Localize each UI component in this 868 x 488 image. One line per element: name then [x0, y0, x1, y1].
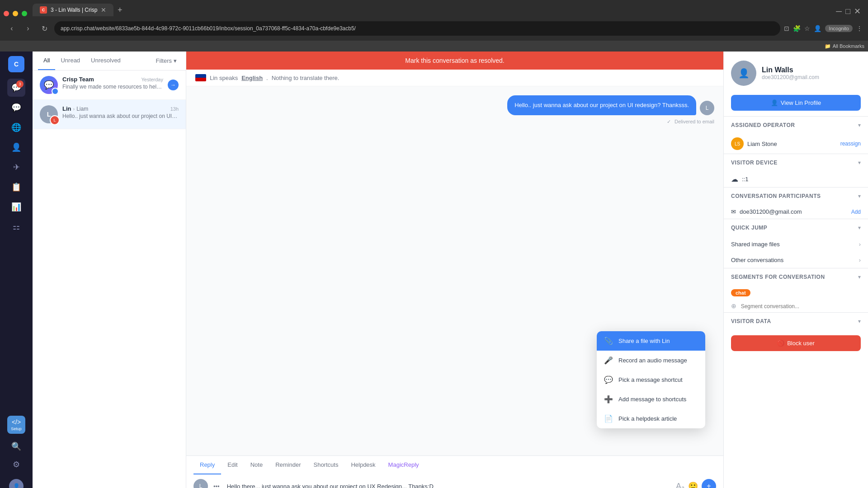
conv-time-crisp: Yesterday: [141, 77, 163, 82]
message-meta-0: ✓ Delivered to email: [195, 119, 714, 125]
address-bar[interactable]: app.crisp.chat/website/6833ae5b-844d-4c9…: [54, 21, 780, 36]
assigned-operator-header[interactable]: ASSIGNED OPERATOR ▾: [724, 117, 868, 134]
new-tab-button[interactable]: +: [113, 4, 126, 16]
segments-header[interactable]: SEGMENTS FOR CONVERSATION ▾: [724, 268, 868, 286]
url-text: app.crisp.chat/website/6833ae5b-844d-4c9…: [61, 25, 356, 32]
reply-send-button[interactable]: +: [702, 479, 716, 488]
reload-button[interactable]: ↻: [38, 23, 51, 35]
reply-tab-note[interactable]: Note: [244, 456, 269, 474]
reply-tab-reply[interactable]: Reply: [193, 456, 221, 474]
conversation-item-crisp-team[interactable]: 💬 Crisp Team Yesterday Finally we made s…: [33, 70, 186, 100]
quick-jump-item-chevron-icon: ›: [859, 241, 861, 248]
message-sender-avatar: L: [700, 101, 714, 115]
reply-tab-magicreply[interactable]: MagicReply: [382, 456, 425, 474]
sidebar-icon-chat[interactable]: 💬 3: [7, 79, 25, 97]
segments-section: SEGMENTS FOR CONVERSATION ▾ chat ⊕: [724, 268, 868, 312]
send-icon: ✈: [13, 162, 20, 172]
browser-tab[interactable]: C 3 - Lin Walls | Crisp ✕: [33, 4, 113, 16]
operator-name: Liam Stone: [747, 141, 777, 147]
reply-tab-edit[interactable]: Edit: [221, 456, 244, 474]
tab-all[interactable]: All: [38, 52, 55, 70]
conv-preview-lin: Hello.. just wanna ask about our project…: [62, 113, 179, 119]
forward-button[interactable]: ›: [22, 23, 34, 34]
visitor-device-section: VISITOR DEVICE ▾ ☁ ::1: [724, 154, 868, 187]
back-button[interactable]: ‹: [5, 23, 18, 34]
conversation-tabs: All Unread Unresolved Filters ▾: [33, 52, 186, 70]
user-avatar: 👤: [9, 479, 24, 488]
reply-tab-shortcuts[interactable]: Shortcuts: [307, 456, 344, 474]
context-menu-pick-helpdesk[interactable]: 📄 Pick a helpdesk article: [597, 409, 705, 428]
conv-time-lin: 13h: [170, 106, 179, 112]
sidebar-icon-analytics[interactable]: 📊: [7, 198, 25, 216]
reply-tab-helpdesk[interactable]: Helpdesk: [344, 456, 382, 474]
view-profile-button[interactable]: 👤 View Lin Profile: [731, 95, 861, 111]
tab-unresolved[interactable]: Unresolved: [85, 52, 126, 70]
quick-jump-header[interactable]: QUICK JUMP ▾: [724, 219, 868, 236]
reply-dots[interactable]: •••: [213, 483, 220, 488]
sidebar-icon-search[interactable]: 🔍: [7, 437, 25, 455]
conv-content-crisp: Crisp Team Yesterday Finally we made som…: [62, 76, 163, 94]
context-menu-share-file[interactable]: 📎 Share a file with Lin: [597, 331, 705, 351]
quick-jump-other-conversations[interactable]: Other conversations ›: [724, 252, 868, 268]
visitor-device-header[interactable]: VISITOR DEVICE ▾: [724, 154, 868, 171]
sidebar-icon-send[interactable]: ✈: [7, 158, 25, 176]
message-delivered-icon: ✓: [667, 119, 671, 125]
context-menu-pick-shortcut[interactable]: 💬 Pick a message shortcut: [597, 370, 705, 389]
visitor-device-chevron-icon: ▾: [858, 160, 861, 166]
segments-badge-row: chat: [724, 286, 868, 300]
sidebar-icon-plugins[interactable]: ⚏: [7, 218, 25, 236]
conversation-participants-header[interactable]: CONVERSATION PARTICIPANTS ▾: [724, 188, 868, 205]
bookmark-icon[interactable]: ☆: [804, 25, 810, 32]
visitor-device-title: VISITOR DEVICE: [731, 160, 778, 166]
profile-name: Lin Walls: [762, 66, 861, 74]
conv-arrow-crisp: →: [168, 80, 179, 90]
sidebar-icon-settings[interactable]: ⚙: [7, 455, 25, 474]
tab-close-button[interactable]: ✕: [101, 6, 106, 14]
device-row: ☁ ::1: [724, 171, 868, 187]
quick-jump-shared-images[interactable]: Shared image files ›: [724, 236, 868, 252]
visitor-data-header[interactable]: VISITOR DATA ▾: [724, 313, 868, 330]
conversation-participants-title: CONVERSATION PARTICIPANTS: [731, 193, 821, 199]
context-menu-record-audio[interactable]: 🎤 Record an audio message: [597, 351, 705, 370]
reassign-link[interactable]: reassign: [840, 141, 861, 147]
sidebar-icon-setup[interactable]: </> Setup: [7, 416, 25, 434]
font-size-icon[interactable]: Aₐ: [676, 481, 684, 488]
window-maximize[interactable]: □: [845, 7, 850, 16]
reply-tabs: Reply Edit Note Reminder Shortcuts Helpd…: [193, 456, 716, 474]
conversation-item-lin[interactable]: L L Lin › Liam 13h Hello.. just wanna as…: [33, 100, 186, 129]
tab-favicon: C: [40, 6, 47, 14]
menu-icon[interactable]: ⋮: [856, 25, 863, 32]
context-menu-add-shortcut-label: Add message to shortcuts: [618, 396, 686, 403]
analytics-icon: 📊: [11, 202, 21, 212]
reply-tab-reminder[interactable]: Reminder: [269, 456, 307, 474]
sidebar-icon-inbox[interactable]: 📋: [7, 178, 25, 196]
sidebar-icon-user-menu[interactable]: 👤: [7, 477, 25, 488]
window-minimize[interactable]: ─: [836, 7, 842, 16]
block-user-button[interactable]: 🚫 Block user: [731, 335, 861, 351]
chat-messages: Hello.. just wanna ask about our project…: [186, 86, 723, 455]
window-close[interactable]: ✕: [854, 6, 861, 16]
conv-name-lin: Lin: [62, 105, 71, 112]
profile-icon[interactable]: 👤: [814, 25, 821, 32]
sidebar-icon-mentions[interactable]: 💬: [7, 99, 25, 117]
share-file-icon: 📎: [604, 337, 613, 345]
tab-unread[interactable]: Unread: [55, 52, 85, 70]
add-participant-link[interactable]: Add: [851, 209, 861, 215]
sidebar-icon-globe[interactable]: 🌐: [7, 118, 25, 136]
sidebar-icon-contacts[interactable]: 👤: [7, 138, 25, 156]
reply-user-avatar: L: [193, 479, 208, 488]
emoji-icon[interactable]: 🙂: [688, 481, 698, 488]
message-row-0: Hello.. just wanna ask about our project…: [195, 95, 714, 115]
filters-button[interactable]: Filters ▾: [152, 52, 180, 70]
context-menu-add-shortcut[interactable]: ➕ Add message to shortcuts: [597, 389, 705, 409]
segment-add-icon: ⊕: [731, 302, 736, 310]
message-text-0: Hello.. just wanna ask about our project…: [514, 102, 689, 108]
resolve-banner[interactable]: Mark this conversation as resolved.: [186, 52, 723, 70]
reply-action-icons: Aₐ 🙂 +: [676, 479, 716, 488]
cloud-icon: ☁: [731, 175, 738, 183]
segment-input[interactable]: [738, 303, 829, 310]
participant-email-row: ✉ doe301200@gmail.com Add: [724, 205, 868, 219]
reply-input[interactable]: [227, 483, 672, 488]
context-menu-share-file-label: Share a file with Lin: [618, 338, 670, 344]
sidebar-icon-logo: C: [7, 55, 25, 73]
